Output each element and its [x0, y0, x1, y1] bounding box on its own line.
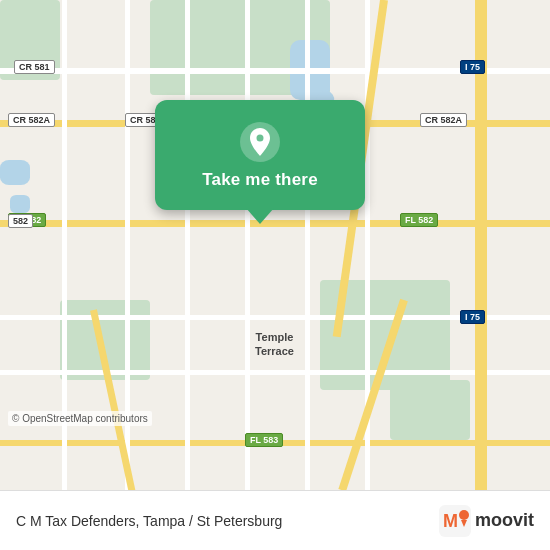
popup-label: Take me there [202, 170, 318, 190]
map-view[interactable]: CR 581 CR 582A CR 582A CR 582A FL 582 FL… [0, 0, 550, 490]
badge-582: 582 [8, 214, 33, 228]
popup-box[interactable]: Take me there [155, 100, 365, 210]
badge-cr581: CR 581 [14, 60, 55, 74]
place-label: TempleTerrace [255, 330, 294, 359]
park-area-br [390, 380, 470, 440]
badge-fl583: FL 583 [245, 433, 283, 447]
road-v-5 [305, 0, 310, 490]
location-pin-icon [238, 120, 282, 164]
badge-fl582-right: FL 582 [400, 213, 438, 227]
badge-i75-bot: I 75 [460, 310, 485, 324]
location-label: C M Tax Defenders, Tampa / St Petersburg [16, 513, 439, 529]
svg-point-3 [459, 510, 469, 520]
water-2 [10, 195, 30, 213]
road-v-4 [245, 0, 250, 490]
road-h-lower [0, 370, 550, 375]
moovit-text: moovit [475, 510, 534, 531]
bottom-bar: C M Tax Defenders, Tampa / St Petersburg… [0, 490, 550, 550]
road-v-3 [185, 0, 190, 490]
osm-attribution: © OpenStreetMap contributors [8, 411, 152, 426]
svg-text:M: M [443, 511, 458, 531]
badge-i75-top: I 75 [460, 60, 485, 74]
moovit-logo: M moovit [439, 505, 534, 537]
badge-cr582a-left: CR 582A [8, 113, 55, 127]
badge-cr582a-right: CR 582A [420, 113, 467, 127]
road-h-fl582 [0, 220, 550, 227]
map-popup[interactable]: Take me there [155, 100, 365, 210]
moovit-icon: M [439, 505, 471, 537]
water-1 [0, 160, 30, 185]
